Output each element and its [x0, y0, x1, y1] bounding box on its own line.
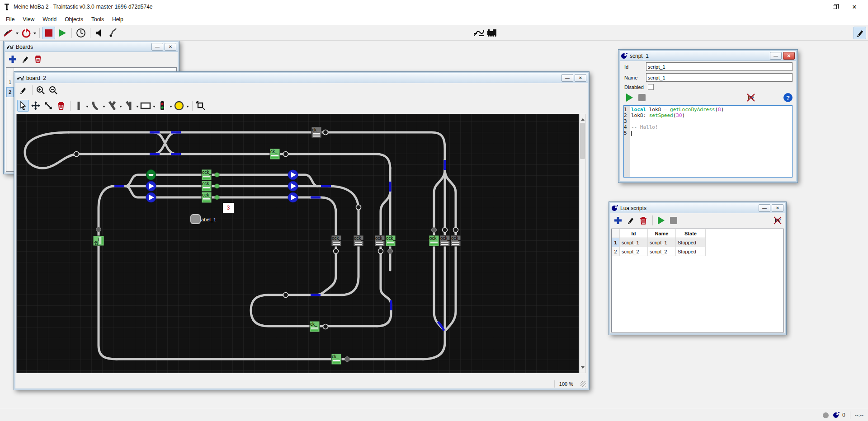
- scroll-thumb[interactable]: [580, 123, 585, 159]
- resize-grip[interactable]: [580, 381, 586, 387]
- turnout2-tool[interactable]: [123, 100, 135, 112]
- board2-titlebar[interactable]: board_2 — ✕: [15, 73, 588, 83]
- rail-node-filled[interactable]: [388, 249, 393, 254]
- scripts-table[interactable]: IdNameState1script_1script_1Stopped2scri…: [611, 229, 784, 332]
- stop-script-button[interactable]: [636, 92, 648, 103]
- edit-mode-button[interactable]: [854, 27, 866, 39]
- scroll-down-arrow[interactable]: [581, 366, 585, 370]
- signal-stop[interactable]: [146, 170, 156, 180]
- curve-track-tool[interactable]: [90, 100, 101, 112]
- disabled-checkbox[interactable]: [648, 84, 654, 90]
- straight-track-dropdown[interactable]: [86, 106, 89, 109]
- script1-close-button[interactable]: ✕: [783, 52, 795, 60]
- code-area[interactable]: local lok8 = getLocoByAdress(8)lok8: set…: [630, 106, 792, 177]
- table-row[interactable]: 1script_1script_1Stopped: [612, 238, 783, 247]
- board-edit-button[interactable]: [17, 84, 29, 96]
- column-header-name[interactable]: Name: [648, 229, 676, 238]
- boards-close-button[interactable]: ✕: [165, 43, 176, 51]
- turnout-tool[interactable]: [106, 100, 118, 112]
- block-tile[interactable]: ock_: [451, 235, 461, 246]
- add-script-button[interactable]: [612, 215, 624, 226]
- block-tile[interactable]: ock_: [202, 181, 212, 192]
- rail-node-filled[interactable]: [96, 227, 101, 232]
- boards-minimize-button[interactable]: —: [151, 43, 163, 51]
- zoom-out-button[interactable]: [47, 84, 59, 96]
- block-tile[interactable]: ock_: [386, 235, 396, 246]
- board-list-button[interactable]: [472, 27, 485, 39]
- board2-minimize-button[interactable]: —: [561, 74, 573, 82]
- select-tool-button[interactable]: [17, 100, 29, 112]
- run-script-button[interactable]: [623, 92, 635, 103]
- name-field[interactable]: [646, 73, 793, 82]
- clock-button[interactable]: [75, 27, 87, 39]
- block-tile[interactable]: ck_: [93, 236, 104, 246]
- rail-node-open[interactable]: [323, 130, 328, 135]
- help-button[interactable]: ?: [783, 93, 793, 102]
- menu-world[interactable]: World: [38, 14, 61, 24]
- window-minimize-button[interactable]: [805, 0, 825, 13]
- text-label-3[interactable]: 3: [223, 203, 234, 213]
- menu-view[interactable]: View: [19, 14, 38, 24]
- power-button[interactable]: [20, 27, 33, 39]
- window-close-button[interactable]: ✕: [844, 0, 864, 13]
- code-editor[interactable]: 12345 local lok8 = getLocoByAdress(8)lok…: [623, 105, 793, 178]
- block-tile[interactable]: ock_: [375, 235, 385, 246]
- script1-minimize-button[interactable]: —: [770, 52, 782, 60]
- table-row[interactable]: 2script_2script_2Stopped: [612, 247, 783, 256]
- block-dropdown[interactable]: [153, 106, 156, 109]
- block-tile[interactable]: ck_: [311, 127, 321, 138]
- rail-node-open[interactable]: [74, 152, 79, 157]
- clear-persistent-variables-button[interactable]: PV: [772, 216, 783, 225]
- boards-row-2[interactable]: 2: [6, 87, 14, 97]
- block-tile[interactable]: ock: [429, 235, 439, 246]
- curve-track-dropdown[interactable]: [103, 106, 105, 109]
- zoom-in-button[interactable]: [35, 84, 47, 96]
- rail-node-open[interactable]: [334, 249, 339, 254]
- stop-button[interactable]: [42, 27, 55, 39]
- output-indicator[interactable]: [215, 184, 219, 188]
- id-field[interactable]: [646, 62, 793, 71]
- lua-minimize-button[interactable]: —: [759, 204, 770, 212]
- smoke-button[interactable]: [107, 27, 119, 39]
- lamp-tool[interactable]: [173, 100, 185, 112]
- boards-titlebar[interactable]: Boards — ✕: [5, 42, 178, 52]
- clear-persistent-variables-button[interactable]: PV: [745, 93, 756, 102]
- signal-proceed[interactable]: [146, 192, 156, 202]
- power-dropdown-arrow[interactable]: [33, 33, 36, 36]
- rail-node-open[interactable]: [283, 152, 288, 157]
- resize-board-tool[interactable]: [195, 100, 207, 112]
- signal-proceed[interactable]: [288, 192, 298, 202]
- run-button[interactable]: [56, 27, 69, 39]
- board-vertical-scrollbar[interactable]: [579, 114, 586, 373]
- block-tile[interactable]: ock_: [440, 235, 450, 246]
- block-tile[interactable]: ock_: [331, 235, 342, 246]
- rail-node-open[interactable]: [443, 228, 448, 233]
- rail-node-open[interactable]: [323, 324, 328, 329]
- signal-proceed[interactable]: [288, 181, 298, 191]
- delete-tile-button[interactable]: [55, 100, 67, 112]
- run-all-button[interactable]: [655, 215, 667, 226]
- mute-button[interactable]: [93, 27, 106, 39]
- board2-close-button[interactable]: ✕: [575, 74, 586, 82]
- script1-titlebar[interactable]: script_1 — ✕: [620, 51, 796, 61]
- connection-dropdown-arrow[interactable]: [16, 33, 19, 36]
- delete-script-button[interactable]: [637, 215, 649, 226]
- signal-dropdown[interactable]: [170, 106, 172, 109]
- block-tile[interactable]: ock_: [354, 235, 364, 246]
- column-header-state[interactable]: State: [676, 229, 706, 238]
- lua-titlebar[interactable]: Lua scripts — ✕: [610, 203, 785, 213]
- boards-row-1[interactable]: 1: [6, 77, 14, 87]
- turnout2-dropdown[interactable]: [136, 106, 139, 109]
- lamp-dropdown[interactable]: [186, 106, 189, 109]
- block-tile[interactable]: ck_: [270, 149, 280, 159]
- menu-file[interactable]: File: [2, 14, 19, 24]
- output-indicator[interactable]: [215, 195, 219, 200]
- resize-tool-button[interactable]: [42, 100, 54, 112]
- train-list-button[interactable]: [486, 27, 499, 39]
- block-tile[interactable]: ock_: [202, 192, 212, 203]
- signal-tool[interactable]: [156, 100, 168, 112]
- signal-proceed[interactable]: [146, 181, 156, 191]
- block-tile[interactable]: ck_: [331, 354, 341, 365]
- block-tile[interactable]: ck_: [310, 321, 320, 332]
- rail-node-open[interactable]: [283, 293, 288, 298]
